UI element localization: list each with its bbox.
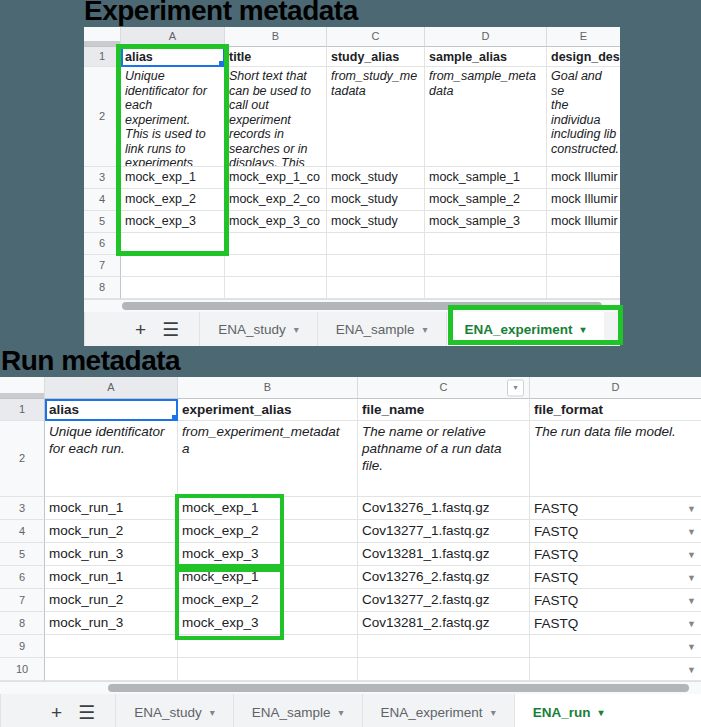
- cell-study-alias[interactable]: mock_study: [327, 167, 425, 189]
- cell-alias[interactable]: mock_run_3: [45, 543, 178, 566]
- row-number[interactable]: 1: [0, 399, 45, 421]
- cell-file-format[interactable]: FASTQ▼: [530, 520, 701, 543]
- tab-dropdown-icon[interactable]: ▾: [598, 707, 603, 718]
- cell-file-name[interactable]: Cov13276_1.fastq.gz: [358, 497, 530, 520]
- empty-cell[interactable]: [547, 277, 620, 299]
- dropdown-arrow-icon[interactable]: ▼: [687, 618, 698, 630]
- tab-dropdown-icon[interactable]: ▾: [491, 707, 496, 718]
- select-all-corner[interactable]: [0, 377, 45, 399]
- row-number[interactable]: 8: [84, 277, 121, 299]
- tab-dropdown-icon[interactable]: ▾: [423, 324, 428, 335]
- empty-cell[interactable]: [327, 233, 425, 255]
- cell-design-description[interactable]: Goal and se the individua including lib …: [547, 67, 620, 167]
- cell-alias[interactable]: mock_run_3: [45, 612, 178, 635]
- empty-cell[interactable]: [547, 233, 620, 255]
- empty-cell[interactable]: [425, 277, 547, 299]
- row-number[interactable]: 5: [0, 543, 45, 566]
- tab-dropdown-icon[interactable]: ▾: [339, 707, 344, 718]
- cell-alias[interactable]: mock_run_1: [45, 497, 178, 520]
- empty-cell[interactable]: [327, 255, 425, 277]
- cell-file-format[interactable]: FASTQ▼: [530, 566, 701, 589]
- cell-alias-header[interactable]: alias: [45, 399, 178, 421]
- cell-file-name-header[interactable]: file_name: [358, 399, 530, 421]
- tab-dropdown-icon[interactable]: ▾: [294, 324, 299, 335]
- column-header-b[interactable]: B: [178, 377, 358, 399]
- tab-ena-sample[interactable]: ENA_sample ▾: [233, 694, 362, 727]
- empty-cell[interactable]: [178, 658, 358, 681]
- empty-cell[interactable]: [425, 255, 547, 277]
- cell-sample-alias[interactable]: mock_sample_1: [425, 167, 547, 189]
- empty-cell[interactable]: [225, 277, 327, 299]
- cell-sample-alias[interactable]: mock_sample_3: [425, 211, 547, 233]
- cell-file-name[interactable]: Cov13281_1.fastq.gz: [358, 543, 530, 566]
- cell-design-description[interactable]: mock Illumir: [547, 189, 620, 211]
- cell-title[interactable]: mock_exp_3_co: [225, 211, 327, 233]
- tab-ena-study[interactable]: ENA_study ▾: [115, 694, 233, 727]
- horizontal-scrollbar[interactable]: [0, 681, 701, 694]
- empty-cell[interactable]: [425, 233, 547, 255]
- cell-file-name[interactable]: Cov13276_2.fastq.gz: [358, 566, 530, 589]
- column-header-e[interactable]: E: [547, 27, 620, 47]
- cell-alias[interactable]: mock_run_2: [45, 589, 178, 612]
- filter-icon[interactable]: ▾: [507, 379, 524, 396]
- dropdown-arrow-icon[interactable]: ▼: [687, 526, 698, 538]
- cell-title-header[interactable]: title: [225, 47, 327, 67]
- empty-cell[interactable]: [547, 255, 620, 277]
- cell-study-alias[interactable]: mock_study: [327, 211, 425, 233]
- cell-file-format[interactable]: ▼: [530, 635, 701, 658]
- row-number[interactable]: 2: [0, 421, 45, 497]
- cell-design-description-header[interactable]: design_des: [547, 47, 620, 67]
- column-header-a[interactable]: A: [45, 377, 178, 399]
- tab-ena-study[interactable]: ENA_study ▾: [199, 312, 317, 346]
- column-header-d[interactable]: D: [425, 27, 547, 47]
- cell-sample-alias[interactable]: mock_sample_2: [425, 189, 547, 211]
- row-number[interactable]: 7: [0, 589, 45, 612]
- cell-file-format[interactable]: FASTQ▼: [530, 612, 701, 635]
- dropdown-arrow-icon[interactable]: ▼: [687, 641, 698, 653]
- column-header-c[interactable]: C▾: [358, 377, 530, 399]
- row-number[interactable]: 7: [84, 255, 121, 277]
- cell-title[interactable]: mock_exp_2_co: [225, 189, 327, 211]
- row-number[interactable]: 4: [0, 520, 45, 543]
- empty-cell[interactable]: [225, 255, 327, 277]
- cell-study-alias-header[interactable]: study_alias: [327, 47, 425, 67]
- tab-ena-sample[interactable]: ENA_sample ▾: [317, 312, 446, 346]
- tab-ena-experiment[interactable]: ENA_experiment ▾: [362, 694, 514, 727]
- row-number[interactable]: 10: [0, 658, 45, 681]
- empty-cell[interactable]: [121, 255, 225, 277]
- cell-file-name[interactable]: Cov13277_1.fastq.gz: [358, 520, 530, 543]
- cell-title-description[interactable]: Short text that can be used to call out …: [225, 67, 327, 167]
- cell-file-format[interactable]: FASTQ▼: [530, 497, 701, 520]
- cell-sample-alias-header[interactable]: sample_alias: [425, 47, 547, 67]
- dropdown-arrow-icon[interactable]: ▼: [687, 595, 698, 607]
- cell-title[interactable]: mock_exp_1_co: [225, 167, 327, 189]
- cell-sample-alias-description[interactable]: from_sample_meta data: [425, 67, 547, 167]
- tab-dropdown-icon[interactable]: ▾: [210, 707, 215, 718]
- cell-file-format[interactable]: ▼: [530, 658, 701, 681]
- all-sheets-icon[interactable]: ☰: [162, 320, 179, 339]
- cell-file-name[interactable]: Cov13277_2.fastq.gz: [358, 589, 530, 612]
- cell-file-format-header[interactable]: file_format: [530, 399, 701, 421]
- empty-cell[interactable]: [225, 233, 327, 255]
- cell-alias[interactable]: mock_run_2: [45, 520, 178, 543]
- cell-file-name[interactable]: Cov13281_2.fastq.gz: [358, 612, 530, 635]
- dropdown-arrow-icon[interactable]: ▼: [687, 503, 698, 515]
- dropdown-arrow-icon[interactable]: ▼: [687, 549, 698, 561]
- cell-file-format[interactable]: FASTQ▼: [530, 543, 701, 566]
- row-number[interactable]: 3: [0, 497, 45, 520]
- row-number[interactable]: 8: [0, 612, 45, 635]
- cell-file-name-description[interactable]: The name or relative pathname of a run d…: [358, 421, 530, 497]
- dropdown-arrow-icon[interactable]: ▼: [687, 664, 698, 676]
- empty-cell[interactable]: [45, 635, 178, 658]
- empty-cell[interactable]: [358, 658, 530, 681]
- cell-study-alias[interactable]: mock_study: [327, 189, 425, 211]
- cell-alias-description[interactable]: Unique identificator for each run.: [45, 421, 178, 497]
- empty-cell[interactable]: [327, 277, 425, 299]
- column-header-c[interactable]: C: [327, 27, 425, 47]
- cell-file-format[interactable]: FASTQ▼: [530, 589, 701, 612]
- row-number[interactable]: 9: [0, 635, 45, 658]
- cell-experiment-alias-header[interactable]: experiment_alias: [178, 399, 358, 421]
- cell-design-description[interactable]: mock Illumir: [547, 167, 620, 189]
- cell-alias[interactable]: mock_run_1: [45, 566, 178, 589]
- add-sheet-icon[interactable]: +: [135, 320, 146, 339]
